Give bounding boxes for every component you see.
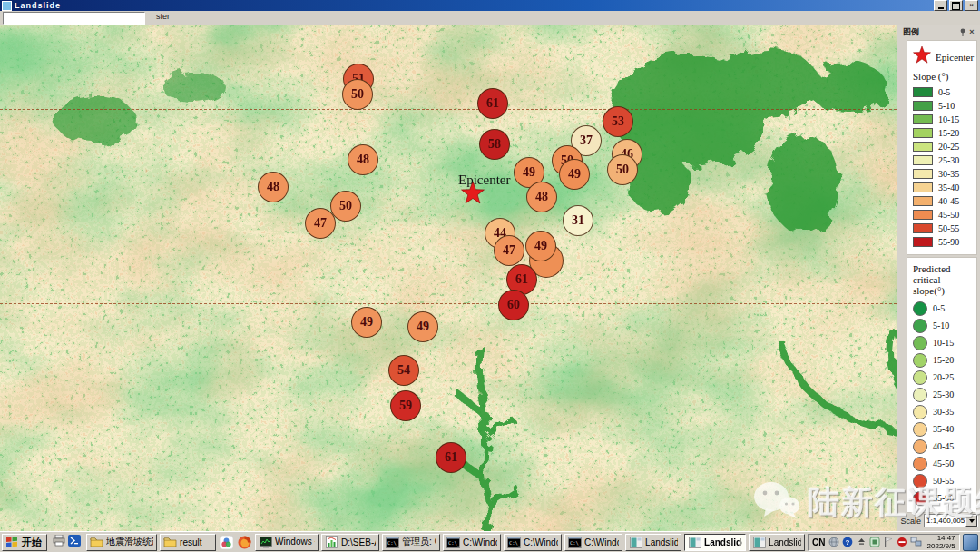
slope-marker[interactable]: 50: [330, 191, 361, 222]
slope-marker[interactable]: 54: [388, 355, 419, 386]
critical-class-row: 50-55: [913, 472, 973, 489]
scale-dropdown[interactable]: 1:1,400,005: [924, 514, 978, 527]
slope-swatch: [913, 210, 933, 220]
slope-marker[interactable]: 48: [348, 144, 378, 175]
critical-class-row: 30-35: [913, 403, 973, 420]
taskbar-item-landslide[interactable]: Landslide: [684, 534, 746, 551]
clock[interactable]: 14:47 2022/9/5: [925, 534, 956, 550]
slope-marker[interactable]: 48: [258, 172, 289, 202]
slope-marker[interactable]: 61: [436, 442, 466, 473]
taskbar-item-firefox[interactable]: [237, 534, 252, 551]
legend-panel-title: 图例: [903, 26, 919, 38]
legend-epicenter-star-icon: [913, 46, 931, 67]
legend-panel: 图例 × Epicenter Slope (°) 0-55-1010-1515-…: [897, 25, 980, 531]
tray-globe[interactable]: [828, 537, 840, 548]
pin-icon[interactable]: [958, 27, 967, 36]
taskbar-item-windows-[interactable]: Windows 任...: [255, 534, 318, 551]
tray-green-app[interactable]: [869, 537, 881, 548]
slope-swatch: [913, 128, 933, 138]
close-button[interactable]: ×: [965, 0, 978, 11]
critical-class-row: 55-90: [913, 489, 973, 507]
slope-swatch: [913, 155, 933, 165]
slope-marker[interactable]: 61: [477, 88, 508, 119]
toolbar-input[interactable]: [3, 12, 145, 25]
tray-blocked[interactable]: [897, 537, 908, 548]
tray-flag[interactable]: [883, 537, 895, 548]
quicklaunch-powershell[interactable]: [67, 534, 81, 550]
slope-marker[interactable]: 47: [305, 208, 336, 239]
slope-class-label: 55-90: [938, 237, 959, 247]
taskbar-item-label: Landslide: [704, 537, 742, 547]
console-icon: C:\_: [446, 536, 460, 549]
slope-class-label: 35-40: [938, 182, 959, 192]
critical-swatch: [913, 405, 927, 419]
minimize-button[interactable]: [934, 0, 947, 11]
start-button[interactable]: 开始: [2, 534, 47, 551]
taskbar-item-c-windows-[interactable]: C:\_C:\Windows...: [564, 534, 622, 551]
critical-class-label: 55-90: [933, 493, 954, 503]
slope-marker[interactable]: 59: [390, 390, 421, 421]
taskbar-item-c-windows-[interactable]: C:\_C:\Windows...: [443, 534, 501, 551]
slope-marker[interactable]: 58: [479, 129, 510, 160]
folder-icon: [90, 536, 103, 549]
slope-marker[interactable]: 50: [607, 154, 638, 185]
maximize-button[interactable]: [949, 0, 963, 11]
slope-class-row: 0-5: [913, 85, 973, 99]
language-indicator[interactable]: CN: [812, 537, 825, 547]
critical-swatch: [913, 388, 927, 402]
taskbar-item-label: result: [180, 537, 201, 547]
slope-class-row: 55-90: [913, 235, 973, 249]
slope-marker[interactable]: 50: [342, 79, 373, 110]
quicklaunch-printer[interactable]: [52, 534, 65, 550]
slope-marker[interactable]: 49: [351, 307, 382, 338]
slope-marker[interactable]: 53: [603, 106, 633, 137]
scale-label: Scale: [900, 517, 921, 526]
application-window: Landslide × ster: [0, 0, 980, 552]
slope-marker[interactable]: 31: [563, 205, 593, 236]
tray-arrow[interactable]: [856, 537, 867, 548]
taskbar-item-label: C:\Windows...: [584, 537, 619, 547]
slope-marker[interactable]: 49: [407, 311, 438, 342]
slope-marker[interactable]: 49: [559, 159, 590, 190]
critical-swatch: [913, 491, 927, 506]
taskbar-item-tricircle[interactable]: [219, 534, 234, 551]
taskbar-item-c-windows-[interactable]: C:\_C:\Windows...: [504, 534, 562, 551]
console-icon: C:\_: [507, 536, 521, 549]
taskbar-item-result[interactable]: result: [160, 534, 216, 551]
show-desktop-button[interactable]: [963, 534, 978, 551]
slope-legend-title: Slope (°): [913, 71, 973, 82]
slope-marker[interactable]: 48: [526, 182, 557, 212]
slope-class-row: 40-45: [913, 194, 973, 208]
tray-help[interactable]: ?: [842, 537, 854, 548]
slope-marker[interactable]: 49: [525, 231, 556, 261]
svg-text:C:\_: C:\_: [387, 540, 399, 547]
taskbar-item-d-seb-act-[interactable]: D:\SEB-ACT...: [321, 534, 379, 551]
firefox-icon: [238, 536, 251, 549]
scale-dropdown-arrow-icon[interactable]: [965, 515, 977, 527]
taskbar-item-label: 地震滑坡统计...: [106, 536, 153, 548]
tray-network[interactable]: [910, 537, 922, 548]
panel-close-icon[interactable]: ×: [967, 27, 976, 36]
taskbar-item-landslide[interactable]: Landslide: [749, 534, 805, 551]
slope-class-label: 0-5: [938, 87, 950, 97]
slope-swatch: [913, 142, 933, 152]
taskbar-item-label: Windows 任...: [275, 536, 315, 548]
landslide-icon: [688, 536, 701, 549]
slope-marker[interactable]: 47: [494, 235, 524, 266]
clock-time: 14:47: [927, 534, 956, 542]
windows-logo-icon: [5, 536, 19, 549]
slope-class-row: 20-25: [913, 140, 973, 153]
console-icon: C:\_: [568, 536, 582, 549]
map-canvas[interactable]: 5150615848533746505049494850474831444749…: [0, 25, 980, 531]
taskbar: 开始 地震滑坡统计...resultWindows 任...D:\SEB-ACT…: [0, 531, 980, 552]
taskbar-item-label: D:\SEB-ACT...: [341, 537, 376, 547]
taskbar-item-landslide[interactable]: Landslide: [625, 534, 681, 551]
slope-marker[interactable]: 60: [498, 290, 529, 320]
titlebar: Landslide ×: [0, 0, 980, 11]
slope-class-row: 10-15: [913, 113, 973, 126]
slope-class-label: 5-10: [938, 101, 955, 111]
taskbar-item--c-[interactable]: C:\_管理员: C...: [382, 534, 440, 551]
taskbar-item--[interactable]: 地震滑坡统计...: [86, 534, 157, 551]
console-icon: C:\_: [386, 536, 399, 549]
critical-swatch: [913, 353, 927, 368]
